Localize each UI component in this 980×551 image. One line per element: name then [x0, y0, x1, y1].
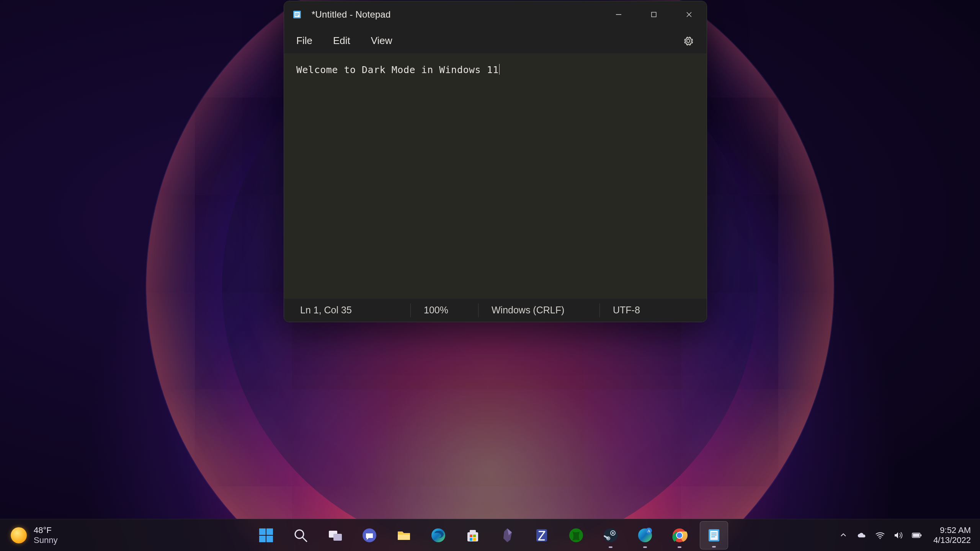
- close-icon: [686, 11, 693, 18]
- svg-rect-22: [470, 530, 476, 533]
- svg-rect-25: [470, 538, 472, 541]
- chevron-up-icon: [840, 531, 847, 539]
- maximize-icon: [651, 11, 657, 18]
- taskbar-app-task-view[interactable]: [321, 521, 349, 549]
- taskbar-app-edge[interactable]: [424, 521, 452, 549]
- taskbar-app-steam[interactable]: [596, 521, 625, 549]
- notepad-icon: [706, 527, 722, 544]
- taskbar-weather[interactable]: 48°F Sunny: [0, 525, 57, 545]
- svg-rect-19: [398, 535, 410, 540]
- taskbar-app-obsidian[interactable]: [493, 521, 521, 549]
- steam-icon: [602, 527, 619, 544]
- windows-logo-icon: [258, 527, 274, 544]
- menubar: File Edit View: [284, 28, 707, 54]
- volume-icon: [893, 531, 903, 540]
- taskbar-app-microsoft-store[interactable]: [459, 521, 487, 549]
- tray-overflow[interactable]: [838, 530, 848, 540]
- taskbar-app-epic[interactable]: [528, 521, 556, 549]
- svg-point-13: [295, 530, 304, 538]
- window-title: *Untitled - Notepad: [312, 9, 391, 20]
- svg-rect-21: [467, 532, 478, 541]
- battery-tray[interactable]: [912, 530, 922, 540]
- status-encoding[interactable]: UTF-8: [600, 303, 673, 317]
- status-zoom[interactable]: 100%: [411, 303, 478, 317]
- svg-rect-10: [266, 528, 273, 535]
- chrome-icon: [671, 527, 688, 544]
- statusbar: Ln 1, Col 35 100% Windows (CRLF) UTF-8: [284, 298, 707, 322]
- text-cursor: [499, 64, 500, 75]
- store-icon: [464, 527, 481, 544]
- svg-rect-11: [259, 536, 266, 542]
- edge-profile-icon: A: [637, 527, 653, 544]
- clock-date: 4/13/2022: [933, 535, 971, 545]
- titlebar[interactable]: *Untitled - Notepad: [284, 1, 707, 28]
- menu-view[interactable]: View: [369, 33, 394, 49]
- svg-rect-9: [259, 528, 266, 535]
- sun-icon: [11, 527, 27, 543]
- editor-area[interactable]: Welcome to Dark Mode in Windows 11: [284, 54, 707, 298]
- svg-rect-6: [652, 12, 656, 17]
- taskbar-app-search[interactable]: [286, 521, 315, 549]
- settings-button[interactable]: [681, 33, 696, 49]
- taskbar-app-notepad[interactable]: [700, 521, 728, 549]
- weather-temp: 48°F: [34, 525, 57, 535]
- svg-rect-12: [266, 536, 273, 542]
- taskbar-app-edge-profile[interactable]: A: [631, 521, 659, 549]
- volume-tray[interactable]: [893, 530, 903, 540]
- window-controls: [601, 1, 707, 28]
- svg-point-29: [604, 528, 617, 542]
- status-cursor: Ln 1, Col 35: [284, 303, 410, 317]
- svg-rect-24: [473, 535, 476, 537]
- status-eol[interactable]: Windows (CRLF): [479, 303, 599, 317]
- maximize-button[interactable]: [636, 1, 671, 28]
- svg-line-14: [303, 538, 307, 541]
- taskbar-app-start[interactable]: [252, 521, 280, 549]
- taskbar-app-chat[interactable]: [355, 521, 384, 549]
- xbox-icon: [568, 527, 585, 544]
- close-button[interactable]: [671, 1, 707, 28]
- cloud-icon: [857, 531, 867, 539]
- clock-time: 9:52 AM: [933, 525, 971, 535]
- svg-rect-23: [470, 535, 472, 537]
- taskbar-app-xbox[interactable]: [562, 521, 590, 549]
- gear-icon: [683, 36, 694, 46]
- onedrive-tray[interactable]: [857, 530, 867, 540]
- taskbar-tray: 9:52 AM 4/13/2022: [838, 525, 980, 545]
- svg-point-44: [880, 538, 881, 539]
- minimize-button[interactable]: [601, 1, 636, 28]
- editor-text: Welcome to Dark Mode in Windows 11: [296, 64, 499, 75]
- svg-rect-16: [333, 534, 342, 541]
- wifi-tray[interactable]: [875, 530, 885, 540]
- svg-text:A: A: [647, 528, 650, 533]
- file-explorer-icon: [395, 527, 412, 544]
- taskbar-app-file-explorer[interactable]: [390, 521, 418, 549]
- wifi-icon: [875, 531, 885, 540]
- svg-point-31: [612, 532, 614, 534]
- menu-edit[interactable]: Edit: [332, 33, 352, 49]
- svg-point-38: [677, 533, 682, 538]
- battery-icon: [912, 532, 922, 539]
- obsidian-icon: [499, 527, 516, 544]
- weather-condition: Sunny: [34, 535, 57, 545]
- svg-rect-46: [921, 534, 922, 536]
- chat-icon: [361, 527, 378, 544]
- svg-point-18: [369, 535, 370, 536]
- notepad-window: *Untitled - Notepad File Edit View Welco…: [284, 1, 707, 322]
- task-view-icon: [327, 527, 343, 544]
- epic-icon: [533, 527, 550, 544]
- notepad-icon: [292, 10, 302, 19]
- search-icon: [292, 527, 309, 544]
- minimize-icon: [615, 11, 622, 18]
- taskbar-apps: A: [252, 521, 728, 549]
- svg-rect-47: [913, 533, 920, 537]
- taskbar-clock[interactable]: 9:52 AM 4/13/2022: [930, 525, 971, 545]
- taskbar-app-chrome[interactable]: [665, 521, 694, 549]
- taskbar: 48°F Sunny A 9:52 AM 4/13/2022: [0, 519, 980, 551]
- edge-icon: [430, 527, 447, 544]
- svg-rect-26: [473, 538, 476, 541]
- menu-file[interactable]: File: [295, 33, 314, 49]
